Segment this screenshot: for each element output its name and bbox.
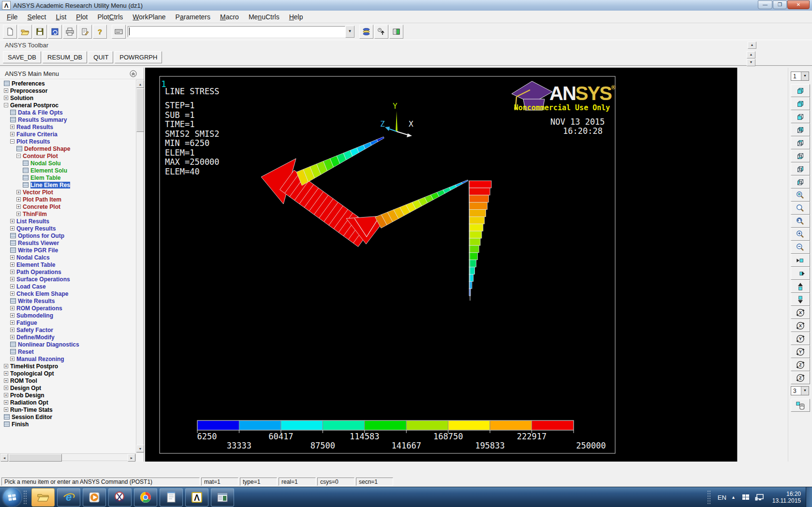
help-button[interactable]: ? [93, 25, 107, 39]
tree-item-radiation-opt[interactable]: +Radiation Opt [1, 399, 135, 406]
zoom-model-button[interactable] [791, 188, 810, 202]
tree-item-prob-design[interactable]: +Prob Design [1, 391, 135, 399]
tree-item-results-viewer[interactable]: Results Viewer [1, 239, 135, 246]
dialog-icon[interactable] [10, 233, 16, 238]
view-bottom-button[interactable] [791, 149, 810, 162]
close-button[interactable]: ✕ [787, 0, 810, 9]
tree-item-safety-factor[interactable]: +Safety Factor [1, 326, 135, 333]
quit-button[interactable]: QUIT [89, 51, 113, 63]
tree-item-session-editor[interactable]: Session Editor [1, 413, 135, 420]
taskbar-app-file-explorer[interactable] [31, 488, 55, 507]
dialog-icon[interactable] [10, 349, 16, 354]
network-display-icon[interactable] [755, 493, 765, 501]
tree-item-solution[interactable]: +Solution [1, 94, 135, 101]
dialog-icon[interactable] [10, 342, 16, 347]
dialog-icon[interactable] [10, 110, 16, 115]
tree-horizontal-scrollbar[interactable]: ◄ ► [0, 453, 136, 461]
tree-item-elem-table[interactable]: Elem Table [1, 174, 135, 181]
tree-item-manual-rezoning[interactable]: +Manual Rezoning [1, 355, 135, 362]
zoom-out-button[interactable] [791, 241, 810, 254]
tree-item-plot-path-item[interactable]: +Plot Path Item [1, 196, 135, 203]
show-desktop-button[interactable] [806, 487, 812, 507]
expand-icon[interactable]: + [4, 364, 8, 368]
view-left-button[interactable] [791, 175, 810, 188]
pan-right-button[interactable] [791, 267, 810, 280]
expand-icon[interactable]: + [4, 371, 8, 376]
tree-item-element-solu[interactable]: Element Solu [1, 167, 135, 174]
tree-item-write-results[interactable]: Write Results [1, 297, 135, 304]
expand-icon[interactable]: + [4, 378, 8, 383]
pan-left-button[interactable] [791, 254, 810, 267]
collapse-icon[interactable]: − [10, 139, 15, 144]
collapse-icon[interactable]: − [4, 103, 8, 107]
taskbar-app-snipping-tool[interactable] [108, 488, 132, 507]
menu-select[interactable]: Select [23, 12, 51, 22]
dialog-icon[interactable] [23, 175, 29, 180]
tree-item-run-time-stats[interactable]: +Run-Time Stats [1, 406, 135, 413]
language-indicator[interactable]: EN [718, 494, 726, 501]
expand-icon[interactable]: + [10, 320, 15, 325]
tree-item-nonlinear-diagnostics[interactable]: Nonlinear Diagnostics [1, 341, 135, 348]
menu-menuctrls[interactable]: MenuCtrls [244, 12, 284, 22]
expand-icon[interactable]: + [10, 255, 15, 260]
tree-item-submodeling[interactable]: +Submodeling [1, 312, 135, 319]
tree-item-read-results[interactable]: +Read Results [1, 123, 135, 130]
tree-item-options-for-outp[interactable]: Options for Outp [1, 232, 135, 239]
expand-icon[interactable]: + [4, 400, 8, 405]
expand-icon[interactable]: + [10, 335, 15, 339]
taskbar-app-internet-explorer[interactable]: e [57, 488, 80, 507]
expand-icon[interactable]: + [10, 277, 15, 281]
menu-parameters[interactable]: Parameters [171, 12, 215, 22]
menu-plot[interactable]: Plot [71, 12, 92, 22]
new-file-button[interactable] [3, 25, 17, 39]
tree-vertical-scrollbar[interactable]: ▲ ▼ [136, 80, 144, 453]
expand-icon[interactable]: + [4, 96, 8, 100]
dialog-icon[interactable] [10, 240, 16, 246]
tray-expand-icon[interactable]: ▲ [731, 495, 736, 500]
tree-item-fatigue[interactable]: +Fatigue [1, 319, 135, 326]
open-file-button[interactable] [18, 25, 32, 39]
taskbar-app-notepad[interactable] [160, 488, 183, 507]
view-top-button[interactable] [791, 136, 810, 149]
save-button[interactable] [33, 25, 47, 39]
expand-icon[interactable]: + [10, 270, 15, 274]
maximize-button[interactable]: ❐ [773, 0, 787, 9]
tree-item-design-opt[interactable]: +Design Opt [1, 384, 135, 391]
tree-item-finish[interactable]: Finish [1, 420, 135, 428]
tree-item-query-results[interactable]: +Query Results [1, 225, 135, 232]
command-history-dropdown[interactable]: ▼ [345, 26, 354, 38]
expand-icon[interactable]: + [4, 393, 8, 397]
rotate-y-pos-button[interactable]: Y [791, 345, 810, 358]
view-oblique-button[interactable] [791, 97, 810, 110]
main-menu-collapse-icon[interactable] [130, 70, 137, 77]
powrgrph-button[interactable]: POWRGRPH [115, 51, 162, 63]
rotate-x-neg-button[interactable]: X [791, 306, 810, 319]
tree-item-check-elem-shape[interactable]: +Check Elem Shape [1, 290, 135, 297]
script-button[interactable] [78, 25, 92, 39]
rotate-increment-selector[interactable]: 3▼ [791, 386, 809, 395]
plot-window-selector[interactable]: 1▼ [791, 72, 809, 81]
menu-macro[interactable]: Macro [215, 12, 244, 22]
clock[interactable]: 16:20 13.11.2015 [772, 491, 801, 504]
rotate-z-pos-button[interactable]: Z [791, 371, 810, 384]
expand-icon[interactable]: + [16, 212, 21, 216]
dialog-icon[interactable] [10, 298, 16, 304]
tree-item-preferences[interactable]: Preferences [1, 80, 135, 87]
tree-item-load-case[interactable]: +Load Case [1, 283, 135, 290]
tree-item-write-pgr-file[interactable]: Write PGR File [1, 246, 135, 254]
tree-item-define-modify[interactable]: +Define/Modify [1, 333, 135, 341]
tree-item-general-postproc[interactable]: −General Postproc [1, 101, 135, 109]
expand-icon[interactable]: + [10, 262, 15, 267]
view-front-button[interactable] [791, 110, 810, 123]
dialog-icon[interactable] [23, 160, 29, 166]
tree-item-element-table[interactable]: +Element Table [1, 261, 135, 268]
zoom-back-button[interactable] [791, 215, 810, 228]
tree-item-thinfilm[interactable]: +ThinFilm [1, 210, 135, 217]
expand-icon[interactable]: + [10, 291, 15, 296]
expand-icon[interactable]: + [10, 219, 15, 223]
tree-item-nodal-calcs[interactable]: +Nodal Calcs [1, 254, 135, 261]
expand-icon[interactable]: + [16, 197, 21, 202]
expand-icon[interactable]: + [10, 132, 15, 136]
expand-icon[interactable]: + [10, 357, 15, 361]
taskbar-app-ansys-launcher[interactable] [211, 488, 234, 507]
